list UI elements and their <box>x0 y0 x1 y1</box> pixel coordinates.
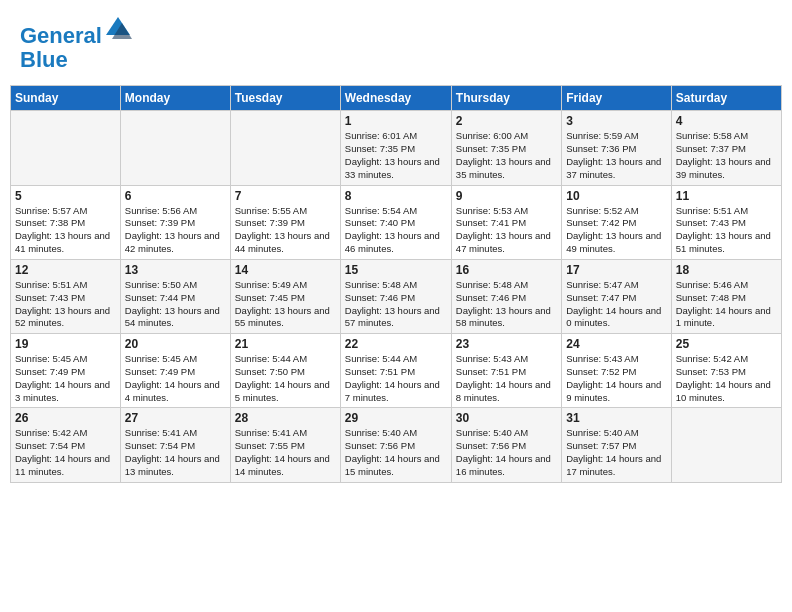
day-number: 25 <box>676 337 777 351</box>
calendar-cell: 30Sunrise: 5:40 AM Sunset: 7:56 PM Dayli… <box>451 408 561 482</box>
logo: General Blue <box>20 15 132 72</box>
cell-content: Sunrise: 5:54 AM Sunset: 7:40 PM Dayligh… <box>345 205 447 256</box>
cell-content: Sunrise: 5:48 AM Sunset: 7:46 PM Dayligh… <box>456 279 557 330</box>
day-number: 1 <box>345 114 447 128</box>
day-number: 30 <box>456 411 557 425</box>
dow-header-friday: Friday <box>562 86 671 111</box>
day-number: 7 <box>235 189 336 203</box>
day-number: 5 <box>15 189 116 203</box>
cell-content: Sunrise: 6:00 AM Sunset: 7:35 PM Dayligh… <box>456 130 557 181</box>
day-number: 15 <box>345 263 447 277</box>
calendar-cell: 27Sunrise: 5:41 AM Sunset: 7:54 PM Dayli… <box>120 408 230 482</box>
day-number: 20 <box>125 337 226 351</box>
week-row-5: 26Sunrise: 5:42 AM Sunset: 7:54 PM Dayli… <box>11 408 782 482</box>
week-row-1: 1Sunrise: 6:01 AM Sunset: 7:35 PM Daylig… <box>11 111 782 185</box>
calendar-cell: 29Sunrise: 5:40 AM Sunset: 7:56 PM Dayli… <box>340 408 451 482</box>
day-number: 27 <box>125 411 226 425</box>
calendar-cell: 31Sunrise: 5:40 AM Sunset: 7:57 PM Dayli… <box>562 408 671 482</box>
day-number: 8 <box>345 189 447 203</box>
calendar-cell: 3Sunrise: 5:59 AM Sunset: 7:36 PM Daylig… <box>562 111 671 185</box>
cell-content: Sunrise: 5:41 AM Sunset: 7:55 PM Dayligh… <box>235 427 336 478</box>
cell-content: Sunrise: 6:01 AM Sunset: 7:35 PM Dayligh… <box>345 130 447 181</box>
calendar-cell: 25Sunrise: 5:42 AM Sunset: 7:53 PM Dayli… <box>671 334 781 408</box>
calendar-cell: 26Sunrise: 5:42 AM Sunset: 7:54 PM Dayli… <box>11 408 121 482</box>
calendar-cell: 28Sunrise: 5:41 AM Sunset: 7:55 PM Dayli… <box>230 408 340 482</box>
cell-content: Sunrise: 5:56 AM Sunset: 7:39 PM Dayligh… <box>125 205 226 256</box>
calendar-cell: 10Sunrise: 5:52 AM Sunset: 7:42 PM Dayli… <box>562 185 671 259</box>
day-number: 14 <box>235 263 336 277</box>
calendar-cell: 9Sunrise: 5:53 AM Sunset: 7:41 PM Daylig… <box>451 185 561 259</box>
day-number: 3 <box>566 114 666 128</box>
calendar-body: 1Sunrise: 6:01 AM Sunset: 7:35 PM Daylig… <box>11 111 782 482</box>
dow-header-tuesday: Tuesday <box>230 86 340 111</box>
calendar-cell <box>671 408 781 482</box>
days-of-week-row: SundayMondayTuesdayWednesdayThursdayFrid… <box>11 86 782 111</box>
calendar-cell: 6Sunrise: 5:56 AM Sunset: 7:39 PM Daylig… <box>120 185 230 259</box>
cell-content: Sunrise: 5:53 AM Sunset: 7:41 PM Dayligh… <box>456 205 557 256</box>
calendar-cell: 5Sunrise: 5:57 AM Sunset: 7:38 PM Daylig… <box>11 185 121 259</box>
day-number: 12 <box>15 263 116 277</box>
cell-content: Sunrise: 5:52 AM Sunset: 7:42 PM Dayligh… <box>566 205 666 256</box>
calendar-cell: 11Sunrise: 5:51 AM Sunset: 7:43 PM Dayli… <box>671 185 781 259</box>
cell-content: Sunrise: 5:40 AM Sunset: 7:57 PM Dayligh… <box>566 427 666 478</box>
cell-content: Sunrise: 5:40 AM Sunset: 7:56 PM Dayligh… <box>456 427 557 478</box>
calendar-cell: 21Sunrise: 5:44 AM Sunset: 7:50 PM Dayli… <box>230 334 340 408</box>
dow-header-sunday: Sunday <box>11 86 121 111</box>
cell-content: Sunrise: 5:44 AM Sunset: 7:50 PM Dayligh… <box>235 353 336 404</box>
calendar-table: SundayMondayTuesdayWednesdayThursdayFrid… <box>10 85 782 482</box>
cell-content: Sunrise: 5:59 AM Sunset: 7:36 PM Dayligh… <box>566 130 666 181</box>
calendar-cell: 12Sunrise: 5:51 AM Sunset: 7:43 PM Dayli… <box>11 259 121 333</box>
week-row-4: 19Sunrise: 5:45 AM Sunset: 7:49 PM Dayli… <box>11 334 782 408</box>
calendar-cell <box>120 111 230 185</box>
dow-header-monday: Monday <box>120 86 230 111</box>
day-number: 23 <box>456 337 557 351</box>
day-number: 21 <box>235 337 336 351</box>
logo-general: General <box>20 23 102 48</box>
dow-header-thursday: Thursday <box>451 86 561 111</box>
cell-content: Sunrise: 5:41 AM Sunset: 7:54 PM Dayligh… <box>125 427 226 478</box>
cell-content: Sunrise: 5:55 AM Sunset: 7:39 PM Dayligh… <box>235 205 336 256</box>
cell-content: Sunrise: 5:43 AM Sunset: 7:51 PM Dayligh… <box>456 353 557 404</box>
cell-content: Sunrise: 5:49 AM Sunset: 7:45 PM Dayligh… <box>235 279 336 330</box>
day-number: 24 <box>566 337 666 351</box>
day-number: 17 <box>566 263 666 277</box>
cell-content: Sunrise: 5:43 AM Sunset: 7:52 PM Dayligh… <box>566 353 666 404</box>
dow-header-wednesday: Wednesday <box>340 86 451 111</box>
calendar-cell: 20Sunrise: 5:45 AM Sunset: 7:49 PM Dayli… <box>120 334 230 408</box>
logo-blue: Blue <box>20 48 132 72</box>
calendar-cell: 18Sunrise: 5:46 AM Sunset: 7:48 PM Dayli… <box>671 259 781 333</box>
calendar-cell: 7Sunrise: 5:55 AM Sunset: 7:39 PM Daylig… <box>230 185 340 259</box>
calendar-cell: 13Sunrise: 5:50 AM Sunset: 7:44 PM Dayli… <box>120 259 230 333</box>
cell-content: Sunrise: 5:44 AM Sunset: 7:51 PM Dayligh… <box>345 353 447 404</box>
calendar-cell: 17Sunrise: 5:47 AM Sunset: 7:47 PM Dayli… <box>562 259 671 333</box>
logo-icon <box>104 15 132 43</box>
day-number: 28 <box>235 411 336 425</box>
day-number: 16 <box>456 263 557 277</box>
day-number: 11 <box>676 189 777 203</box>
day-number: 9 <box>456 189 557 203</box>
day-number: 31 <box>566 411 666 425</box>
day-number: 10 <box>566 189 666 203</box>
day-number: 13 <box>125 263 226 277</box>
calendar-cell: 16Sunrise: 5:48 AM Sunset: 7:46 PM Dayli… <box>451 259 561 333</box>
cell-content: Sunrise: 5:51 AM Sunset: 7:43 PM Dayligh… <box>676 205 777 256</box>
page-header: General Blue <box>10 10 782 77</box>
week-row-2: 5Sunrise: 5:57 AM Sunset: 7:38 PM Daylig… <box>11 185 782 259</box>
day-number: 29 <box>345 411 447 425</box>
dow-header-saturday: Saturday <box>671 86 781 111</box>
cell-content: Sunrise: 5:42 AM Sunset: 7:54 PM Dayligh… <box>15 427 116 478</box>
logo-text: General <box>20 15 132 48</box>
calendar-cell: 22Sunrise: 5:44 AM Sunset: 7:51 PM Dayli… <box>340 334 451 408</box>
day-number: 22 <box>345 337 447 351</box>
day-number: 6 <box>125 189 226 203</box>
cell-content: Sunrise: 5:58 AM Sunset: 7:37 PM Dayligh… <box>676 130 777 181</box>
week-row-3: 12Sunrise: 5:51 AM Sunset: 7:43 PM Dayli… <box>11 259 782 333</box>
calendar-cell: 19Sunrise: 5:45 AM Sunset: 7:49 PM Dayli… <box>11 334 121 408</box>
cell-content: Sunrise: 5:45 AM Sunset: 7:49 PM Dayligh… <box>15 353 116 404</box>
cell-content: Sunrise: 5:51 AM Sunset: 7:43 PM Dayligh… <box>15 279 116 330</box>
calendar-cell <box>230 111 340 185</box>
day-number: 4 <box>676 114 777 128</box>
calendar-cell: 24Sunrise: 5:43 AM Sunset: 7:52 PM Dayli… <box>562 334 671 408</box>
calendar-cell: 4Sunrise: 5:58 AM Sunset: 7:37 PM Daylig… <box>671 111 781 185</box>
cell-content: Sunrise: 5:57 AM Sunset: 7:38 PM Dayligh… <box>15 205 116 256</box>
